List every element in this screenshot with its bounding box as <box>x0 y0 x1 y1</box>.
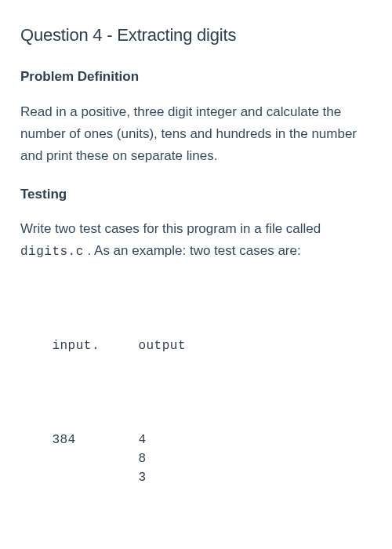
table-header-output: output <box>138 336 186 355</box>
table-cell-output: 4 8 3 <box>138 431 146 487</box>
question-title: Question 4 - Extracting digits <box>20 22 372 48</box>
testing-body-post: . As an example: two test cases are: <box>84 243 301 258</box>
filename-code: digits.c <box>20 245 84 259</box>
testing-heading: Testing <box>20 184 372 205</box>
table-header-input: input. <box>52 336 138 355</box>
table-header-row: input.output <box>20 318 372 374</box>
testing-body-pre: Write two test cases for this program in… <box>20 221 321 236</box>
table-row: 3844 8 3 <box>20 412 372 506</box>
problem-heading: Problem Definition <box>20 67 372 87</box>
problem-body: Read in a positive, three digit integer … <box>20 101 372 167</box>
test-table: input.output 3844 8 3 9877 8 9 <box>20 280 372 549</box>
testing-body: Write two test cases for this program in… <box>20 218 372 262</box>
table-cell-input: 384 <box>52 431 138 449</box>
